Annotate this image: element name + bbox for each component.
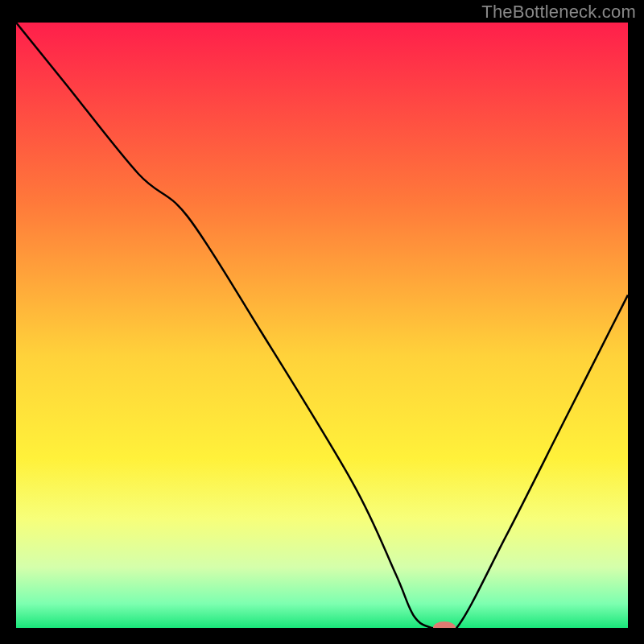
gradient-background xyxy=(16,23,628,628)
chart-container: TheBottleneck.com xyxy=(0,0,644,644)
chart-svg xyxy=(16,23,628,628)
attribution-text: TheBottleneck.com xyxy=(481,2,636,23)
plot-area xyxy=(16,23,628,628)
